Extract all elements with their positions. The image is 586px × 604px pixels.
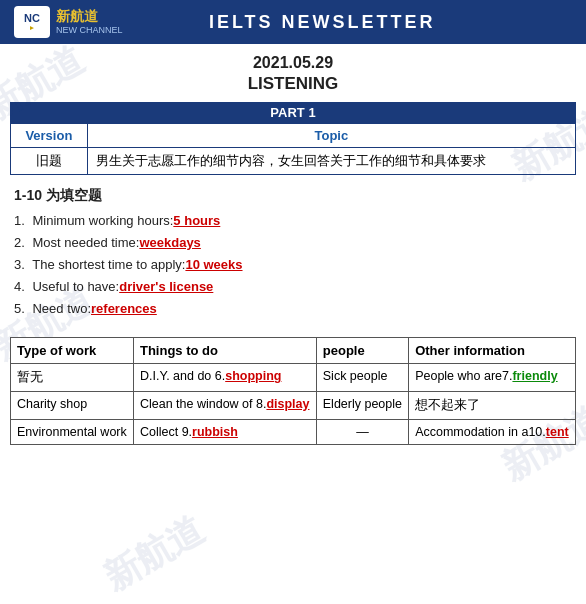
- row3-other-answer: tent: [546, 425, 569, 439]
- info-col2-header: Topic: [87, 124, 575, 148]
- col-people-header: people: [316, 338, 408, 364]
- row3-things-answer: rubbish: [192, 425, 238, 439]
- fill-heading: 1-10 为填空题: [14, 187, 572, 205]
- fill-answer-1: 5 hours: [173, 213, 220, 228]
- row2-things: Clean the window of 8.display: [133, 392, 316, 420]
- row3-type: Environmental work: [11, 420, 134, 445]
- date-section: 2021.05.29 LISTENING: [0, 44, 586, 98]
- row1-type: 暂无: [11, 364, 134, 392]
- row1-other-answer: friendly: [512, 369, 557, 383]
- logo-box: NC ▸: [14, 6, 50, 38]
- list-item: 1. Minimum working hours:5 hours: [14, 213, 572, 228]
- table-header-row: Type of work Things to do people Other i…: [11, 338, 576, 364]
- logo-en: NEW CHANNEL: [56, 25, 123, 36]
- fill-answer-5: references: [91, 301, 157, 316]
- row1-people: Sick people: [316, 364, 408, 392]
- row1-other: People who are7.friendly: [409, 364, 576, 392]
- row3-other: Accommodation in a10.tent: [409, 420, 576, 445]
- row2-things-answer: display: [266, 397, 309, 411]
- info-table: Version Topic 旧题 男生关于志愿工作的细节内容，女生回答关于工作的…: [10, 123, 576, 175]
- date-display: 2021.05.29: [0, 54, 586, 72]
- fill-list: 1. Minimum working hours:5 hours 2. Most…: [14, 213, 572, 316]
- row2-type: Charity shop: [11, 392, 134, 420]
- fill-answer-3: 10 weeks: [185, 257, 242, 272]
- info-col1-header: Version: [11, 124, 88, 148]
- header-title: IELTS NEWSLETTER: [123, 12, 522, 33]
- listening-title: LISTENING: [0, 74, 586, 94]
- logo-area: NC ▸ 新航道 NEW CHANNEL: [14, 6, 123, 38]
- table-row: Environmental work Collect 9.rubbish — A…: [11, 420, 576, 445]
- fill-text-1: Minimum working hours:: [32, 213, 173, 228]
- fill-text-4: Useful to have:: [32, 279, 119, 294]
- fill-text-5: Need two:: [32, 301, 91, 316]
- table-row: 暂无 D.I.Y. and do 6.shopping Sick people …: [11, 364, 576, 392]
- main-table-wrap: Type of work Things to do people Other i…: [0, 329, 586, 455]
- list-item: 3. The shortest time to apply:10 weeks: [14, 257, 572, 272]
- row3-things: Collect 9.rubbish: [133, 420, 316, 445]
- list-item: 5. Need two:references: [14, 301, 572, 316]
- fill-text-2: Most needed time:: [32, 235, 139, 250]
- col-type-header: Type of work: [11, 338, 134, 364]
- list-item: 4. Useful to have:driver's license: [14, 279, 572, 294]
- header: NC ▸ 新航道 NEW CHANNEL IELTS NEWSLETTER: [0, 0, 586, 44]
- logo-nc-text: NC: [24, 13, 40, 24]
- fill-answer-4: driver's license: [119, 279, 213, 294]
- fill-answer-2: weekdays: [139, 235, 200, 250]
- list-item: 2. Most needed time:weekdays: [14, 235, 572, 250]
- col-things-header: Things to do: [133, 338, 316, 364]
- row1-things: D.I.Y. and do 6.shopping: [133, 364, 316, 392]
- row1-things-answer: shopping: [225, 369, 281, 383]
- row3-people: —: [316, 420, 408, 445]
- row2-other: 想不起来了: [409, 392, 576, 420]
- fill-section: 1-10 为填空题 1. Minimum working hours:5 hou…: [0, 175, 586, 329]
- part-header: PART 1: [10, 102, 576, 123]
- main-table: Type of work Things to do people Other i…: [10, 337, 576, 445]
- info-topic: 男生关于志愿工作的细节内容，女生回答关于工作的细节和具体要求: [87, 148, 575, 175]
- logo-cn: 新航道: [56, 8, 123, 25]
- table-row: Charity shop Clean the window of 8.displ…: [11, 392, 576, 420]
- info-row: 旧题 男生关于志愿工作的细节内容，女生回答关于工作的细节和具体要求: [11, 148, 576, 175]
- col-other-header: Other information: [409, 338, 576, 364]
- row2-people: Elderly people: [316, 392, 408, 420]
- info-version: 旧题: [11, 148, 88, 175]
- logo-sub-text: ▸: [30, 24, 34, 31]
- fill-text-3: The shortest time to apply:: [32, 257, 185, 272]
